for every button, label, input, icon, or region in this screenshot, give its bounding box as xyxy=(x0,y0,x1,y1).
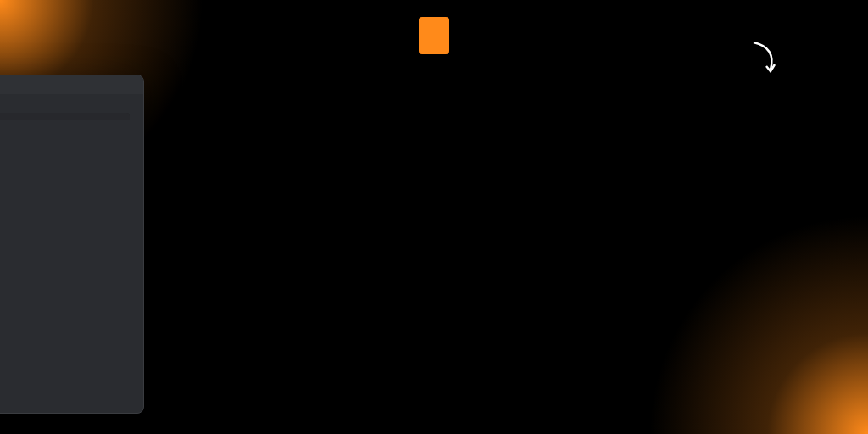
curved-arrow-icon xyxy=(749,41,783,75)
window-mysql: ▥ ✎ × xyxy=(0,75,144,414)
breadcrumb xyxy=(0,103,130,108)
titlebar: ▥ ✎ × xyxy=(0,75,143,94)
hero-headline xyxy=(0,19,868,52)
code-block xyxy=(0,113,130,120)
